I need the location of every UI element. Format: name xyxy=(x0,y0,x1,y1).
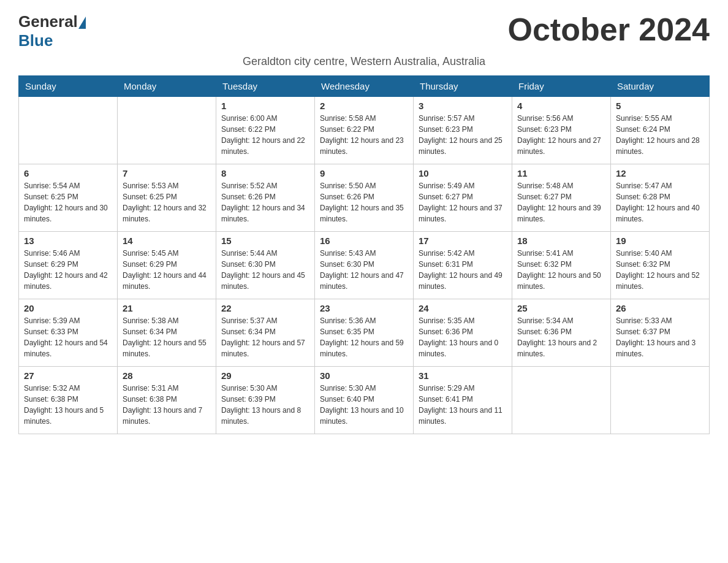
day-info: Sunrise: 5:37 AMSunset: 6:34 PMDaylight:… xyxy=(221,315,309,359)
cell-w2-d2: 8 Sunrise: 5:52 AMSunset: 6:26 PMDayligh… xyxy=(216,164,315,232)
cell-w5-d1: 28 Sunrise: 5:31 AMSunset: 6:38 PMDaylig… xyxy=(118,367,216,434)
cell-w4-d3: 23 Sunrise: 5:36 AMSunset: 6:35 PMDaylig… xyxy=(315,299,414,367)
day-info: Sunrise: 5:33 AMSunset: 6:37 PMDaylight:… xyxy=(616,315,704,359)
cell-w3-d6: 19 Sunrise: 5:40 AMSunset: 6:32 PMDaylig… xyxy=(611,232,710,299)
day-info: Sunrise: 5:34 AMSunset: 6:36 PMDaylight:… xyxy=(517,315,605,359)
cell-w1-d2: 1 Sunrise: 6:00 AMSunset: 6:22 PMDayligh… xyxy=(216,97,315,164)
cell-w4-d1: 21 Sunrise: 5:38 AMSunset: 6:34 PMDaylig… xyxy=(118,299,216,367)
day-info: Sunrise: 5:49 AMSunset: 6:27 PMDaylight:… xyxy=(419,180,507,224)
page-header: General Blue October 2024 xyxy=(18,12,710,50)
month-title-area: October 2024 xyxy=(508,12,710,47)
day-info: Sunrise: 5:31 AMSunset: 6:38 PMDaylight:… xyxy=(123,383,211,427)
day-info: Sunrise: 5:42 AMSunset: 6:31 PMDaylight:… xyxy=(419,248,507,292)
day-number: 11 xyxy=(517,168,605,178)
cell-w3-d0: 13 Sunrise: 5:46 AMSunset: 6:29 PMDaylig… xyxy=(19,232,118,299)
day-number: 4 xyxy=(517,101,605,111)
week-row-1: 1 Sunrise: 6:00 AMSunset: 6:22 PMDayligh… xyxy=(19,97,710,164)
day-info: Sunrise: 5:57 AMSunset: 6:23 PMDaylight:… xyxy=(419,113,507,157)
cell-w3-d4: 17 Sunrise: 5:42 AMSunset: 6:31 PMDaylig… xyxy=(414,232,512,299)
cell-w2-d1: 7 Sunrise: 5:53 AMSunset: 6:25 PMDayligh… xyxy=(118,164,216,232)
day-number: 9 xyxy=(320,168,408,178)
cell-w3-d2: 15 Sunrise: 5:44 AMSunset: 6:30 PMDaylig… xyxy=(216,232,315,299)
day-info: Sunrise: 5:32 AMSunset: 6:38 PMDaylight:… xyxy=(24,383,112,427)
day-info: Sunrise: 5:41 AMSunset: 6:32 PMDaylight:… xyxy=(517,248,605,292)
cell-w2-d4: 10 Sunrise: 5:49 AMSunset: 6:27 PMDaylig… xyxy=(414,164,512,232)
day-info: Sunrise: 5:30 AMSunset: 6:39 PMDaylight:… xyxy=(221,383,309,427)
day-number: 21 xyxy=(123,303,211,313)
location-title: Geraldton city centre, Western Australia… xyxy=(18,55,710,68)
cell-w1-d0 xyxy=(19,97,118,164)
day-info: Sunrise: 5:47 AMSunset: 6:28 PMDaylight:… xyxy=(616,180,704,224)
day-info: Sunrise: 5:36 AMSunset: 6:35 PMDaylight:… xyxy=(320,315,408,359)
day-number: 31 xyxy=(419,370,507,381)
day-info: Sunrise: 5:39 AMSunset: 6:33 PMDaylight:… xyxy=(24,315,112,359)
day-number: 1 xyxy=(221,101,309,111)
day-number: 29 xyxy=(221,370,309,381)
calendar-table: Sunday Monday Tuesday Wednesday Thursday… xyxy=(18,75,710,434)
week-row-2: 6 Sunrise: 5:54 AMSunset: 6:25 PMDayligh… xyxy=(19,164,710,232)
col-monday: Monday xyxy=(118,76,216,97)
cell-w2-d5: 11 Sunrise: 5:48 AMSunset: 6:27 PMDaylig… xyxy=(512,164,611,232)
cell-w1-d1 xyxy=(118,97,216,164)
week-row-3: 13 Sunrise: 5:46 AMSunset: 6:29 PMDaylig… xyxy=(19,232,710,299)
cell-w2-d0: 6 Sunrise: 5:54 AMSunset: 6:25 PMDayligh… xyxy=(19,164,118,232)
cell-w4-d6: 26 Sunrise: 5:33 AMSunset: 6:37 PMDaylig… xyxy=(611,299,710,367)
cell-w4-d0: 20 Sunrise: 5:39 AMSunset: 6:33 PMDaylig… xyxy=(19,299,118,367)
col-friday: Friday xyxy=(512,76,611,97)
day-number: 6 xyxy=(24,168,112,178)
cell-w1-d3: 2 Sunrise: 5:58 AMSunset: 6:22 PMDayligh… xyxy=(315,97,414,164)
col-saturday: Saturday xyxy=(611,76,710,97)
day-number: 28 xyxy=(123,370,211,381)
day-info: Sunrise: 5:38 AMSunset: 6:34 PMDaylight:… xyxy=(123,315,211,359)
day-info: Sunrise: 5:43 AMSunset: 6:30 PMDaylight:… xyxy=(320,248,408,292)
day-info: Sunrise: 5:40 AMSunset: 6:32 PMDaylight:… xyxy=(616,248,704,292)
day-info: Sunrise: 6:00 AMSunset: 6:22 PMDaylight:… xyxy=(221,113,309,157)
cell-w5-d6 xyxy=(611,367,710,434)
col-sunday: Sunday xyxy=(19,76,118,97)
day-number: 26 xyxy=(616,303,704,313)
day-number: 20 xyxy=(24,303,112,313)
month-title: October 2024 xyxy=(508,12,710,47)
logo-blue-text: Blue xyxy=(18,31,53,50)
col-wednesday: Wednesday xyxy=(315,76,414,97)
day-number: 15 xyxy=(221,236,309,246)
week-row-5: 27 Sunrise: 5:32 AMSunset: 6:38 PMDaylig… xyxy=(19,367,710,434)
cell-w4-d5: 25 Sunrise: 5:34 AMSunset: 6:36 PMDaylig… xyxy=(512,299,611,367)
day-number: 18 xyxy=(517,236,605,246)
day-number: 5 xyxy=(616,101,704,111)
day-number: 3 xyxy=(419,101,507,111)
day-info: Sunrise: 5:29 AMSunset: 6:41 PMDaylight:… xyxy=(419,383,507,427)
logo-general-text: General xyxy=(18,12,78,31)
day-number: 14 xyxy=(123,236,211,246)
day-info: Sunrise: 5:44 AMSunset: 6:30 PMDaylight:… xyxy=(221,248,309,292)
day-number: 17 xyxy=(419,236,507,246)
cell-w4-d2: 22 Sunrise: 5:37 AMSunset: 6:34 PMDaylig… xyxy=(216,299,315,367)
day-number: 12 xyxy=(616,168,704,178)
cell-w1-d5: 4 Sunrise: 5:56 AMSunset: 6:23 PMDayligh… xyxy=(512,97,611,164)
day-number: 27 xyxy=(24,370,112,381)
day-number: 10 xyxy=(419,168,507,178)
day-info: Sunrise: 5:50 AMSunset: 6:26 PMDaylight:… xyxy=(320,180,408,224)
cell-w2-d3: 9 Sunrise: 5:50 AMSunset: 6:26 PMDayligh… xyxy=(315,164,414,232)
logo-icon xyxy=(78,17,86,29)
cell-w1-d4: 3 Sunrise: 5:57 AMSunset: 6:23 PMDayligh… xyxy=(414,97,512,164)
cell-w5-d4: 31 Sunrise: 5:29 AMSunset: 6:41 PMDaylig… xyxy=(414,367,512,434)
cell-w5-d5 xyxy=(512,367,611,434)
day-number: 2 xyxy=(320,101,408,111)
cell-w2-d6: 12 Sunrise: 5:47 AMSunset: 6:28 PMDaylig… xyxy=(611,164,710,232)
day-number: 22 xyxy=(221,303,309,313)
cell-w5-d3: 30 Sunrise: 5:30 AMSunset: 6:40 PMDaylig… xyxy=(315,367,414,434)
day-number: 7 xyxy=(123,168,211,178)
calendar-header-row: Sunday Monday Tuesday Wednesday Thursday… xyxy=(19,76,710,97)
col-thursday: Thursday xyxy=(414,76,512,97)
col-tuesday: Tuesday xyxy=(216,76,315,97)
week-row-4: 20 Sunrise: 5:39 AMSunset: 6:33 PMDaylig… xyxy=(19,299,710,367)
day-number: 19 xyxy=(616,236,704,246)
day-number: 24 xyxy=(419,303,507,313)
cell-w3-d3: 16 Sunrise: 5:43 AMSunset: 6:30 PMDaylig… xyxy=(315,232,414,299)
cell-w5-d0: 27 Sunrise: 5:32 AMSunset: 6:38 PMDaylig… xyxy=(19,367,118,434)
day-info: Sunrise: 5:30 AMSunset: 6:40 PMDaylight:… xyxy=(320,383,408,427)
day-number: 8 xyxy=(221,168,309,178)
cell-w1-d6: 5 Sunrise: 5:55 AMSunset: 6:24 PMDayligh… xyxy=(611,97,710,164)
day-info: Sunrise: 5:46 AMSunset: 6:29 PMDaylight:… xyxy=(24,248,112,292)
